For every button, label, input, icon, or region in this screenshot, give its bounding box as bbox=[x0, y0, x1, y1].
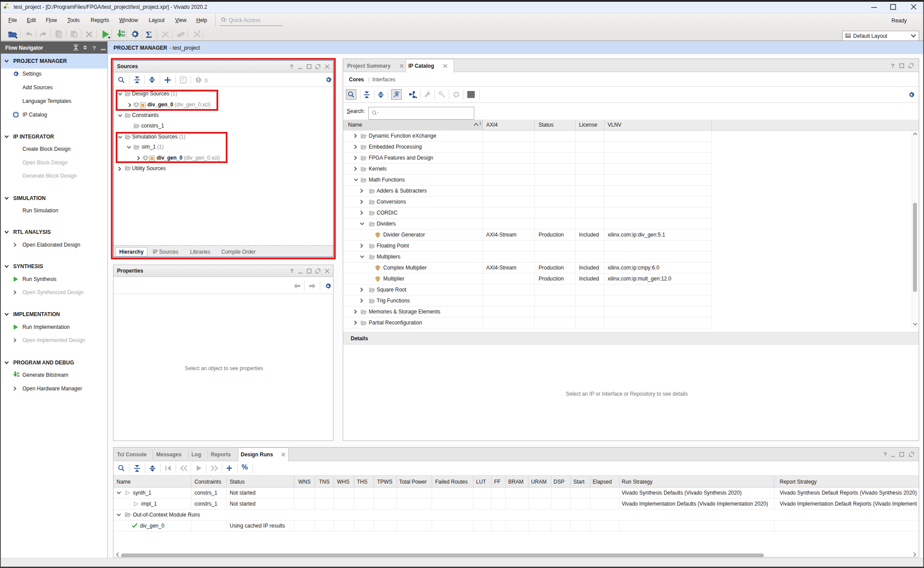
svg-text:10: 10 bbox=[17, 375, 19, 377]
svg-text:?: ? bbox=[92, 45, 96, 51]
svg-text:?: ? bbox=[290, 268, 293, 274]
svg-text:10: 10 bbox=[121, 34, 125, 37]
svg-text:?: ? bbox=[891, 63, 895, 69]
svg-text:?: ? bbox=[884, 451, 887, 457]
svg-text:01: 01 bbox=[121, 30, 125, 33]
